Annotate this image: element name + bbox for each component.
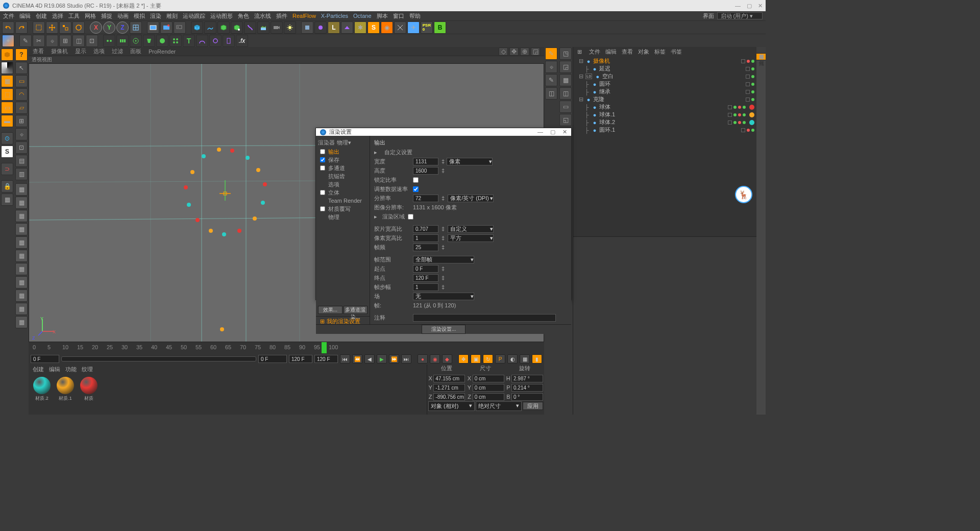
plugin-btn-5[interactable]: ✱: [354, 21, 366, 34]
key-b-button[interactable]: ▦: [520, 354, 530, 364]
play-rev-button[interactable]: ◀: [364, 354, 375, 364]
film-ar-input[interactable]: [413, 225, 438, 233]
mode-texture-button[interactable]: [1, 62, 13, 74]
om-tab-tags[interactable]: 标签: [654, 48, 666, 56]
move-tool[interactable]: [46, 21, 58, 34]
goto-start-button[interactable]: ⏮: [340, 354, 350, 364]
vp-menu-options[interactable]: 选项: [93, 47, 105, 55]
range-end-input[interactable]: [314, 355, 338, 363]
object-row[interactable]: ⊟L0●空白: [575, 73, 754, 80]
object-name[interactable]: 克隆: [593, 95, 744, 103]
object-row[interactable]: ├●球体: [575, 103, 754, 111]
coord-Y-pos[interactable]: [433, 384, 465, 392]
rt-4[interactable]: ◫: [545, 87, 557, 100]
tree-expand-icon[interactable]: ├: [585, 119, 590, 126]
om-tab-view[interactable]: 查看: [622, 48, 633, 56]
spline-button[interactable]: [204, 21, 216, 34]
scene-dot[interactable]: [263, 182, 267, 186]
effector-fx[interactable]: .fx: [236, 35, 248, 47]
axis-z-button[interactable]: Z: [116, 21, 129, 34]
visibility-dot[interactable]: [751, 83, 754, 86]
dialog-min-button[interactable]: —: [537, 129, 543, 135]
timeline[interactable]: 0510152025303540455055606570758085909510…: [29, 342, 544, 353]
rt-3[interactable]: ✎: [545, 74, 557, 86]
rt2-6[interactable]: ◱: [559, 114, 572, 126]
pixel-ar-input[interactable]: [413, 234, 438, 242]
frame-range-select[interactable]: 全部帧▾: [413, 256, 474, 263]
deformer-button[interactable]: [244, 21, 256, 34]
category-checkbox[interactable]: [320, 165, 325, 171]
menu-script[interactable]: 脚本: [377, 12, 388, 20]
win-close-button[interactable]: ✕: [758, 3, 763, 9]
visibility-dot[interactable]: [738, 113, 741, 116]
menu-help[interactable]: 帮助: [409, 12, 421, 20]
menu-mograph[interactable]: 运动图形: [210, 12, 233, 20]
visibility-dot[interactable]: [751, 75, 754, 78]
width-input[interactable]: [413, 158, 438, 165]
mograph-1[interactable]: [103, 35, 115, 47]
tool-10[interactable]: ▥: [15, 168, 28, 180]
environment-button[interactable]: [257, 21, 270, 34]
tree-expand-icon[interactable]: ⊟: [579, 96, 584, 103]
render-category[interactable]: 物理: [316, 213, 370, 221]
effects-button[interactable]: 效果...: [318, 306, 342, 314]
coord-Y-rot[interactable]: [511, 384, 543, 392]
note-input[interactable]: [413, 314, 556, 322]
region-checkbox[interactable]: [408, 214, 413, 220]
mograph-4[interactable]: [143, 35, 155, 47]
object-row[interactable]: ├●球体.2: [575, 118, 754, 126]
coord-mode-right[interactable]: 绝对尺寸▾: [476, 401, 522, 411]
scene-dot[interactable]: [195, 218, 200, 222]
menu-mesh[interactable]: 网格: [85, 12, 96, 20]
coord-Z-rot[interactable]: [511, 393, 543, 401]
swatch-1[interactable]: ▦: [15, 183, 28, 196]
plugin-btn-6[interactable]: S: [368, 21, 380, 34]
coord-X-size[interactable]: [473, 375, 504, 382]
coord-X-rot[interactable]: [511, 375, 543, 382]
snap-button[interactable]: ⊙: [1, 132, 13, 144]
res-unit-select[interactable]: 像素/英寸 (DPI)▾: [448, 195, 494, 202]
visibility-dot[interactable]: [733, 106, 737, 109]
visibility-dot[interactable]: [743, 121, 746, 124]
win-max-button[interactable]: ▢: [747, 3, 752, 9]
render-category[interactable]: 输出: [316, 148, 370, 156]
plugin-btn-9[interactable]: ✈: [407, 21, 420, 34]
mode-model-button[interactable]: [1, 49, 13, 61]
rt2-4[interactable]: ◫: [559, 87, 572, 100]
menu-realflow[interactable]: RealFlow: [292, 13, 316, 19]
scene-dot[interactable]: [222, 232, 226, 236]
tool-a1[interactable]: ✎: [19, 35, 32, 47]
menu-plugins[interactable]: 插件: [276, 12, 287, 20]
swatch-7[interactable]: ▦: [15, 263, 28, 275]
scene-dot[interactable]: [217, 148, 221, 152]
layer-square[interactable]: [746, 82, 750, 86]
tool-a6[interactable]: ⊡: [86, 35, 98, 47]
menu-track[interactable]: 运动跟踪: [183, 12, 205, 20]
plugin-btn-1[interactable]: [301, 21, 313, 34]
vp-menu-display[interactable]: 显示: [75, 47, 86, 55]
menu-create[interactable]: 创建: [36, 12, 47, 20]
render-view-button[interactable]: [147, 21, 159, 34]
effector-1[interactable]: [196, 35, 208, 47]
tool-8[interactable]: ⊡: [15, 141, 28, 154]
object-row[interactable]: ├●继承: [575, 88, 754, 95]
scene-dot[interactable]: [184, 185, 188, 189]
menu-snap[interactable]: 捕捉: [101, 12, 112, 20]
object-name[interactable]: 球体.2: [599, 118, 726, 126]
scene-dot[interactable]: [261, 201, 265, 205]
layout-select[interactable]: 启动 (用户) ▾: [717, 12, 763, 19]
visibility-dot[interactable]: [751, 90, 754, 93]
visibility-dot[interactable]: [747, 60, 750, 63]
visibility-dot[interactable]: [747, 129, 750, 132]
range-start-input[interactable]: [31, 355, 59, 363]
coord-Y-size[interactable]: [473, 384, 504, 392]
vp-menu-cam[interactable]: 摄像机: [51, 47, 68, 55]
object-tree[interactable]: ⊟●摄像机├●延迟⊟L0●空白├●圆环├●继承⊟●克隆├●球体├●球体.1├●球…: [573, 56, 756, 236]
swatch-8[interactable]: ▦: [15, 276, 28, 288]
vp-nav-1[interactable]: ◇: [499, 47, 508, 56]
om-tab-bm[interactable]: 书签: [671, 48, 682, 56]
vp-nav-2[interactable]: ✥: [509, 47, 519, 56]
material-item[interactable]: 材质.1: [55, 377, 76, 402]
om-tab-file[interactable]: 文件: [589, 48, 600, 56]
magicwand-button[interactable]: ✦: [2, 35, 14, 47]
